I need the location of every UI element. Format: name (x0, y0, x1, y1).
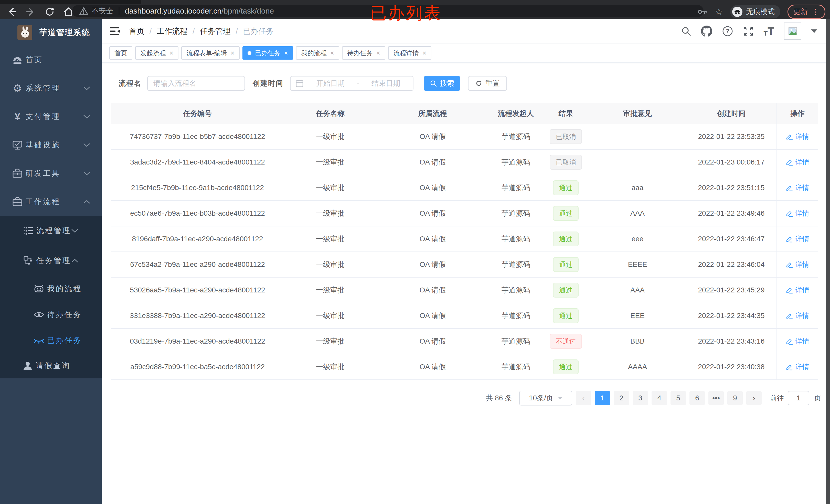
font-size-icon[interactable]: TT (763, 26, 774, 37)
detail-link[interactable]: 详情 (786, 311, 809, 320)
detail-link[interactable]: 详情 (786, 132, 809, 141)
page-button-4[interactable]: 4 (651, 391, 667, 405)
task-id: 3adac3d2-7b9d-11ec-8404-acde48001122 (130, 158, 265, 166)
close-tab-icon[interactable]: × (231, 49, 234, 56)
goto-page-input[interactable] (788, 391, 809, 405)
page-button-5[interactable]: 5 (671, 391, 686, 405)
sidebar-item-done-tasks[interactable]: 已办任务 (0, 328, 102, 353)
task-name: 一级审批 (316, 132, 345, 141)
incognito-badge: 无痕模式 (730, 5, 780, 19)
process-starter: 芋道源码 (502, 183, 530, 193)
breadcrumb-home[interactable]: 首页 (129, 26, 145, 37)
tab-form-edit[interactable]: 流程表单-编辑× (181, 46, 240, 60)
security-label[interactable]: 不安全 (92, 6, 113, 16)
goto-suffix: 页 (814, 393, 821, 403)
process-name: OA 请假 (420, 183, 446, 193)
process-name: OA 请假 (420, 285, 446, 295)
more-pages-button[interactable]: ••• (708, 391, 724, 405)
browser-update-button[interactable]: 更新 ⋮ (788, 5, 825, 19)
sidebar-item-task-management[interactable]: 任务管理 (0, 246, 102, 276)
page-button-2[interactable]: 2 (614, 391, 629, 405)
page-button-3[interactable]: 3 (633, 391, 648, 405)
tab-done-tasks[interactable]: 已办任务× (243, 46, 293, 60)
end-date-placeholder[interactable]: 结束日期 (363, 78, 408, 88)
table-row: ec507ae6-7b9a-11ec-b03b-acde48001122 一级审… (111, 201, 818, 227)
sidebar-item-infrastructure[interactable]: 基础设施 (0, 131, 102, 159)
detail-link[interactable]: 详情 (786, 337, 809, 346)
tab-home[interactable]: 首页 (109, 46, 132, 60)
close-tab-icon[interactable]: × (330, 49, 334, 56)
breadcrumb: 首页 / 工作流程 / 任务管理 / 已办任务 (129, 26, 274, 37)
sidebar-item-todo-tasks[interactable]: 待办任务 (0, 302, 102, 328)
fullscreen-icon[interactable] (743, 26, 754, 37)
result-badge: 已取消 (550, 129, 582, 144)
process-name: OA 请假 (420, 336, 446, 346)
detail-link[interactable]: 详情 (786, 260, 809, 269)
approve-comment: EEE (630, 312, 645, 320)
detail-link[interactable]: 详情 (786, 234, 809, 243)
browser-back-button[interactable] (6, 6, 18, 18)
detail-link[interactable]: 详情 (786, 183, 809, 192)
key-icon[interactable] (697, 7, 708, 17)
page-button-1[interactable]: 1 (595, 391, 610, 405)
start-date-placeholder[interactable]: 开始日期 (308, 78, 353, 88)
page-size-select[interactable]: 10条/页 (519, 391, 572, 405)
date-range-picker[interactable]: 开始日期 - 结束日期 (290, 76, 413, 91)
tab-my-process[interactable]: 我的流程× (296, 46, 339, 60)
prev-page-button[interactable]: ‹ (576, 391, 591, 405)
process-name-input[interactable] (147, 76, 245, 91)
topbar: 首页 / 工作流程 / 任务管理 / 已办任务 ? (102, 19, 830, 43)
sidebar-fold-icon[interactable] (110, 26, 120, 36)
sidebar-item-system-management[interactable]: ⚙ 系统管理 (0, 74, 102, 102)
sidebar-item-payment-management[interactable]: ¥ 支付管理 (0, 102, 102, 131)
tab-start-process[interactable]: 发起流程× (135, 46, 179, 60)
browser-reload-button[interactable] (44, 6, 55, 18)
edit-pen-icon (786, 287, 793, 294)
url-separator (119, 7, 119, 15)
browser-menu-icon[interactable]: ⋮ (811, 8, 820, 16)
edit-pen-icon (786, 159, 793, 166)
search-icon[interactable] (681, 26, 691, 36)
page-scrollbar[interactable] (826, 19, 830, 504)
not-secure-icon[interactable] (79, 6, 89, 16)
github-icon[interactable] (701, 26, 712, 37)
table-row: 03d1219e-7b9a-11ec-a290-acde48001122 一级审… (111, 329, 818, 354)
sidebar-item-my-process[interactable]: 我的流程 (0, 276, 102, 302)
detail-link[interactable]: 详情 (786, 209, 809, 218)
help-icon[interactable]: ? (722, 26, 733, 37)
sidebar-item-dev-tools[interactable]: 研发工具 (0, 159, 102, 188)
chevron-down-icon (83, 171, 90, 175)
search-button[interactable]: 搜索 (424, 76, 460, 91)
created-time: 2022-01-23 00:06:17 (698, 158, 765, 166)
avatar[interactable] (784, 23, 801, 40)
detail-link[interactable]: 详情 (786, 285, 809, 295)
table-row: 8196daff-7b9a-11ec-a290-acde48001122 一级审… (111, 227, 818, 252)
browser-forward-button[interactable] (25, 6, 36, 18)
task-id: 215cf4e5-7b9b-11ec-9a1b-acde48001122 (131, 184, 264, 192)
reset-button[interactable]: 重置 (468, 76, 507, 91)
detail-link[interactable]: 详情 (786, 362, 809, 371)
close-tab-icon[interactable]: × (169, 49, 173, 56)
detail-link[interactable]: 详情 (786, 158, 809, 167)
sidebar-item-workflow[interactable]: 工作流程 (0, 188, 102, 216)
page-button-6[interactable]: 6 (690, 391, 705, 405)
close-tab-icon[interactable]: × (284, 49, 288, 56)
col-task-name: 任务名称 (284, 103, 376, 124)
tab-process-detail[interactable]: 流程详情× (388, 46, 432, 60)
next-page-button[interactable]: › (746, 391, 762, 405)
close-tab-icon[interactable]: × (422, 49, 426, 56)
close-tab-icon[interactable]: × (376, 49, 380, 56)
page-button-9[interactable]: 9 (727, 391, 743, 405)
sidebar-item-home[interactable]: 首页 (0, 45, 102, 74)
calendar-icon (295, 79, 304, 88)
tab-todo-tasks[interactable]: 待办任务× (342, 46, 385, 60)
incognito-label: 无痕模式 (746, 7, 775, 16)
search-form: 流程名 创建时间 开始日期 - 结束日期 搜索 (119, 76, 821, 91)
sidebar-item-leave-query[interactable]: 请假查询 (0, 353, 102, 378)
update-label: 更新 (793, 7, 808, 16)
bookmark-star-icon[interactable]: ☆ (715, 7, 723, 16)
breadcrumb-task-management[interactable]: 任务管理 (200, 26, 231, 37)
sidebar-item-process-management[interactable]: 流程管理 (0, 216, 102, 246)
breadcrumb-workflow[interactable]: 工作流程 (157, 26, 187, 37)
avatar-caret-icon[interactable] (811, 29, 817, 33)
